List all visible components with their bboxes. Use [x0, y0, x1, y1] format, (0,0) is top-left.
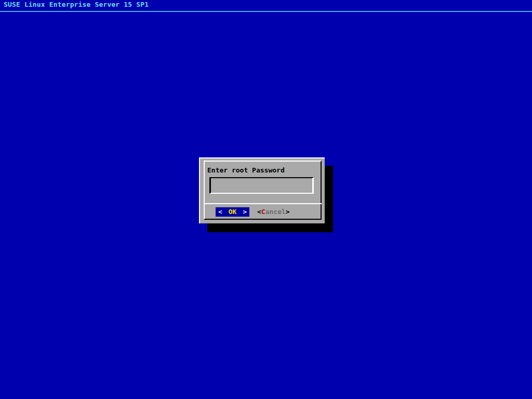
- cancel-bracket-right: >: [286, 208, 290, 216]
- dialog-title: Enter root Password: [207, 166, 285, 175]
- ok-label: OK: [229, 208, 237, 216]
- cancel-bracket-left: <: [257, 208, 261, 216]
- ok-bracket-left: <: [218, 208, 222, 216]
- cancel-label-rest: ancel: [265, 208, 286, 216]
- cancel-button[interactable]: <Cancel>: [257, 208, 290, 217]
- ok-button[interactable]: < OK >: [216, 207, 249, 217]
- button-separator: [204, 203, 322, 204]
- desktop: { "titlebar": { "title": "SUSE Linux Ent…: [0, 0, 532, 399]
- cancel-shortcut: C: [261, 208, 265, 216]
- password-dialog: Enter root Password < OK > <Cancel>: [199, 157, 325, 223]
- password-input[interactable]: [209, 177, 314, 194]
- ok-bracket-right: >: [243, 208, 247, 216]
- titlebar-divider: [0, 11, 532, 12]
- titlebar: SUSE Linux Enterprise Server 15 SP1: [0, 0, 532, 11]
- titlebar-title: SUSE Linux Enterprise Server 15 SP1: [4, 1, 149, 9]
